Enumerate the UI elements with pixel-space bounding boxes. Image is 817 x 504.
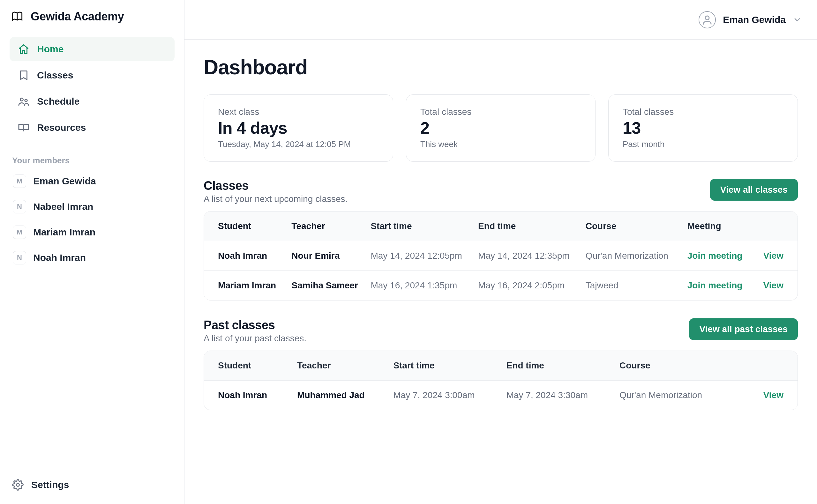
col-end: End time — [507, 360, 620, 371]
book-open-icon — [17, 121, 30, 134]
stat-sub: This week — [420, 139, 581, 149]
col-teacher: Teacher — [291, 221, 370, 231]
table-header: Student Teacher Start time End time Cour… — [204, 211, 798, 241]
table-row: Mariam Imran Samiha Sameer May 16, 2024 … — [204, 271, 798, 300]
cell-start: May 16, 2024 1:35pm — [370, 280, 478, 291]
topbar: Eman Gewida — [184, 0, 817, 40]
col-start: Start time — [370, 221, 478, 231]
cell-course: Qur'an Memorization — [620, 390, 744, 400]
svg-point-1 — [25, 99, 27, 102]
member-name: Eman Gewida — [33, 176, 96, 187]
nav: Home Classes Schedule Resources — [10, 37, 174, 140]
col-teacher: Teacher — [297, 360, 393, 371]
user-avatar-icon[interactable] — [699, 11, 716, 28]
past-title: Past classes — [204, 318, 306, 332]
page-title: Dashboard — [204, 56, 798, 79]
gear-icon — [11, 478, 24, 491]
view-link[interactable]: View — [763, 251, 784, 261]
member-item[interactable]: N Nabeel Imran — [11, 197, 173, 217]
nav-label: Schedule — [37, 96, 79, 107]
cell-teacher: Samiha Sameer — [291, 280, 370, 291]
join-meeting-link[interactable]: Join meeting — [687, 251, 743, 261]
table-row: Noah Imran Nour Emira May 14, 2024 12:05… — [204, 241, 798, 271]
view-all-past-classes-button[interactable]: View all past classes — [689, 318, 798, 340]
upcoming-subtitle: A list of your next upcoming classes. — [204, 194, 347, 204]
nav-item-settings[interactable]: Settings — [10, 475, 174, 494]
view-link[interactable]: View — [763, 280, 784, 290]
stats-row: Next class In 4 days Tuesday, May 14, 20… — [204, 94, 798, 162]
nav-item-resources[interactable]: Resources — [10, 115, 174, 140]
settings-label: Settings — [31, 479, 69, 490]
stat-label: Total classes — [420, 107, 581, 117]
avatar-chip: N — [13, 251, 26, 264]
nav-label: Classes — [37, 70, 73, 81]
nav-item-schedule[interactable]: Schedule — [10, 89, 174, 114]
member-item[interactable]: N Noah Imran — [11, 248, 173, 268]
sidebar: Gewida Academy Home Classes Schedule — [0, 0, 184, 504]
stat-card-next-class: Next class In 4 days Tuesday, May 14, 20… — [204, 94, 393, 162]
col-end: End time — [478, 221, 586, 231]
chevron-down-icon[interactable] — [793, 15, 802, 24]
cell-student: Mariam Imran — [218, 280, 291, 291]
cell-teacher: Nour Emira — [291, 251, 370, 261]
stat-value: 13 — [623, 118, 784, 137]
view-link[interactable]: View — [763, 390, 784, 400]
user-name[interactable]: Eman Gewida — [723, 14, 786, 25]
svg-point-0 — [20, 98, 23, 101]
cell-end: May 14, 2024 12:35pm — [478, 251, 586, 261]
main: Eman Gewida Dashboard Next class In 4 da… — [184, 0, 817, 504]
avatar-chip: M — [13, 226, 26, 239]
past-head: Past classes A list of your past classes… — [204, 318, 798, 344]
cell-student: Noah Imran — [218, 251, 291, 261]
col-meeting: Meeting — [687, 221, 750, 231]
brand-name: Gewida Academy — [31, 10, 124, 23]
cell-start: May 14, 2024 12:05pm — [370, 251, 478, 261]
member-item[interactable]: M Mariam Imran — [11, 222, 173, 242]
nav-item-home[interactable]: Home — [10, 37, 174, 61]
join-meeting-link[interactable]: Join meeting — [687, 280, 743, 290]
nav-label: Home — [37, 44, 63, 55]
stat-value: 2 — [420, 118, 581, 137]
cell-course: Tajweed — [586, 280, 687, 291]
past-table: Student Teacher Start time End time Cour… — [204, 351, 798, 410]
stat-label: Total classes — [623, 107, 784, 117]
table-row: Noah Imran Muhammed Jad May 7, 2024 3:00… — [204, 380, 798, 410]
brand-logo-icon — [10, 9, 25, 24]
upcoming-table: Student Teacher Start time End time Cour… — [204, 211, 798, 300]
past-subtitle: A list of your past classes. — [204, 333, 306, 344]
stat-card-week-classes: Total classes 2 This week — [406, 94, 596, 162]
cell-teacher: Muhammed Jad — [297, 390, 393, 400]
stat-sub: Tuesday, May 14, 2024 at 12:05 PM — [218, 139, 379, 149]
users-icon — [17, 95, 30, 108]
home-icon — [17, 43, 30, 56]
table-header: Student Teacher Start time End time Cour… — [204, 351, 798, 380]
cell-student: Noah Imran — [218, 390, 297, 400]
stat-sub: Past month — [623, 139, 784, 149]
upcoming-head: Classes A list of your next upcoming cla… — [204, 179, 798, 204]
avatar-chip: M — [13, 174, 26, 188]
col-course: Course — [620, 360, 744, 371]
member-name: Noah Imran — [33, 252, 86, 263]
stat-card-month-classes: Total classes 13 Past month — [608, 94, 798, 162]
nav-label: Resources — [37, 122, 86, 133]
col-student: Student — [218, 360, 297, 371]
content: Dashboard Next class In 4 days Tuesday, … — [184, 40, 817, 426]
cell-end: May 7, 2024 3:30am — [507, 390, 620, 400]
bookmark-icon — [17, 69, 30, 82]
members-list: M Eman Gewida N Nabeel Imran M Mariam Im… — [10, 171, 174, 268]
nav-item-classes[interactable]: Classes — [10, 63, 174, 87]
brand[interactable]: Gewida Academy — [10, 9, 174, 24]
col-student: Student — [218, 221, 291, 231]
cell-end: May 16, 2024 2:05pm — [478, 280, 586, 291]
col-start: Start time — [393, 360, 506, 371]
upcoming-title: Classes — [204, 179, 347, 193]
members-section-label: Your members — [12, 156, 172, 166]
member-item[interactable]: M Eman Gewida — [11, 171, 173, 191]
cell-start: May 7, 2024 3:00am — [393, 390, 506, 400]
col-course: Course — [586, 221, 687, 231]
stat-value: In 4 days — [218, 118, 379, 137]
view-all-classes-button[interactable]: View all classes — [710, 179, 798, 201]
cell-course: Qur'an Memorization — [586, 251, 687, 261]
stat-label: Next class — [218, 107, 379, 117]
avatar-chip: N — [13, 200, 26, 213]
